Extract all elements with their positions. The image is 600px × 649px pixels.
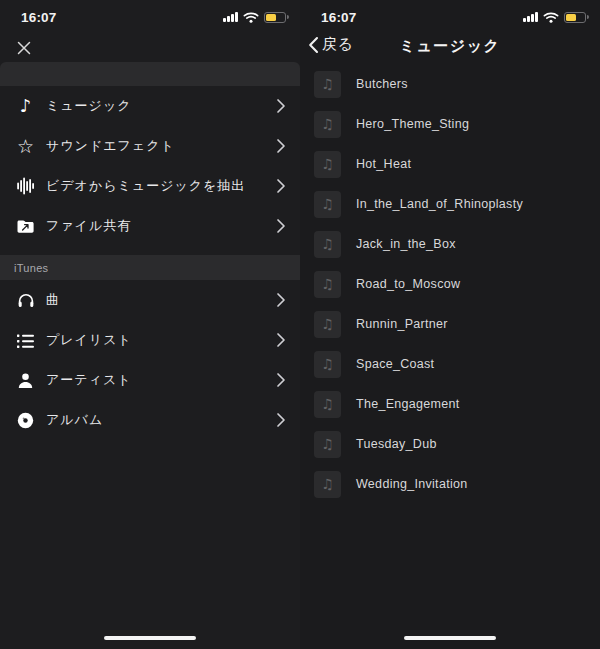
song-row[interactable]: ♫ Runnin_Partner bbox=[300, 304, 600, 344]
song-row[interactable]: ♫ In_the_Land_of_Rhinoplasty bbox=[300, 184, 600, 224]
section-header-itunes: iTunes bbox=[0, 255, 300, 280]
status-bar: 16:07 bbox=[0, 0, 300, 30]
music-note-icon: ♫ bbox=[314, 311, 341, 338]
itunes-item-album[interactable]: アルバム bbox=[0, 400, 300, 440]
song-row[interactable]: ♫ Tuesday_Dub bbox=[300, 424, 600, 464]
music-note-icon: ♪ bbox=[15, 96, 36, 117]
playlist-icon bbox=[15, 330, 36, 351]
waveform-icon bbox=[15, 176, 36, 197]
song-row[interactable]: ♫ Butchers bbox=[300, 64, 600, 104]
song-title: Wedding_Invitation bbox=[356, 477, 468, 491]
music-note-icon: ♫ bbox=[314, 391, 341, 418]
music-note-icon: ♫ bbox=[314, 431, 341, 458]
menu-row-label: サウンドエフェクト bbox=[46, 137, 276, 155]
itunes-item-headphones[interactable]: 曲 bbox=[0, 280, 300, 320]
music-note-icon: ♫ bbox=[314, 351, 341, 378]
menu-item-waveform[interactable]: ビデオからミュージックを抽出 bbox=[0, 166, 300, 206]
song-row[interactable]: ♫ Space_Coast bbox=[300, 344, 600, 384]
wifi-icon bbox=[243, 12, 259, 23]
status-time: 16:07 bbox=[21, 10, 57, 25]
music-note-icon: ♫ bbox=[314, 191, 341, 218]
menu-row-label: プレイリスト bbox=[46, 331, 276, 349]
menu-row-label: 曲 bbox=[46, 291, 276, 309]
home-indicator[interactable] bbox=[404, 636, 496, 641]
star-icon: ☆ bbox=[15, 136, 36, 157]
music-note-icon: ♫ bbox=[314, 151, 341, 178]
chevron-right-icon bbox=[276, 332, 286, 348]
chevron-right-icon bbox=[276, 292, 286, 308]
song-row[interactable]: ♫ The_Engagement bbox=[300, 384, 600, 424]
folder-share-icon bbox=[15, 216, 36, 237]
song-title: The_Engagement bbox=[356, 397, 460, 411]
headphones-icon bbox=[15, 290, 36, 311]
itunes-item-playlist[interactable]: プレイリスト bbox=[0, 320, 300, 360]
chevron-right-icon bbox=[276, 218, 286, 234]
status-time: 16:07 bbox=[321, 10, 357, 25]
song-title: Space_Coast bbox=[356, 357, 434, 371]
song-list: ♫ Butchers ♫ Hero_Theme_Sting ♫ Hot_Heat… bbox=[300, 64, 600, 504]
two-screen-composite: 16:07 bbox=[0, 0, 600, 649]
song-row[interactable]: ♫ Hot_Heat bbox=[300, 144, 600, 184]
battery-icon bbox=[264, 12, 286, 23]
signal-icon bbox=[523, 12, 538, 22]
song-row[interactable]: ♫ Hero_Theme_Sting bbox=[300, 104, 600, 144]
menu-item-music-note[interactable]: ♪ ミュージック bbox=[0, 86, 300, 126]
menu-items-container: ♪ ミュージック ☆ サウンドエフェクト ビデオからミュージックを抽出 ファイル… bbox=[0, 86, 300, 246]
close-button[interactable] bbox=[13, 37, 35, 59]
menu-item-star[interactable]: ☆ サウンドエフェクト bbox=[0, 126, 300, 166]
song-row[interactable]: ♫ Road_to_Moscow bbox=[300, 264, 600, 304]
close-icon bbox=[16, 40, 32, 56]
music-note-icon: ♫ bbox=[314, 271, 341, 298]
menu-row-label: ミュージック bbox=[46, 97, 276, 115]
battery-icon bbox=[564, 12, 586, 23]
menu-row-label: ビデオからミュージックを抽出 bbox=[46, 177, 276, 195]
menu-row-label: ファイル共有 bbox=[46, 217, 276, 235]
page-title: ミュージック bbox=[300, 37, 600, 56]
song-title: In_the_Land_of_Rhinoplasty bbox=[356, 197, 523, 211]
chevron-right-icon bbox=[276, 372, 286, 388]
music-note-icon: ♫ bbox=[314, 471, 341, 498]
music-note-icon: ♫ bbox=[314, 71, 341, 98]
song-title: Tuesday_Dub bbox=[356, 437, 437, 451]
chevron-right-icon bbox=[276, 178, 286, 194]
song-title: Road_to_Moscow bbox=[356, 277, 460, 291]
menu-row-label: アーティスト bbox=[46, 371, 276, 389]
status-icons bbox=[223, 12, 286, 23]
status-icons bbox=[523, 12, 586, 23]
nav-bar: 戻る ミュージック bbox=[300, 30, 600, 64]
music-note-icon: ♫ bbox=[314, 231, 341, 258]
song-title: Butchers bbox=[356, 77, 408, 91]
song-title: Hero_Theme_Sting bbox=[356, 117, 469, 131]
wifi-icon bbox=[543, 12, 559, 23]
album-icon bbox=[15, 410, 36, 431]
itunes-items-container: 曲 プレイリスト アーティスト アルバム bbox=[0, 280, 300, 440]
song-title: Jack_in_the_Box bbox=[356, 237, 456, 251]
status-bar: 16:07 bbox=[300, 0, 600, 30]
import-source-list: ♪ ミュージック ☆ サウンドエフェクト ビデオからミュージックを抽出 ファイル… bbox=[0, 62, 300, 440]
menu-row-label: アルバム bbox=[46, 411, 276, 429]
chevron-right-icon bbox=[276, 98, 286, 114]
chevron-right-icon bbox=[276, 138, 286, 154]
song-row[interactable]: ♫ Wedding_Invitation bbox=[300, 464, 600, 504]
artist-icon bbox=[15, 370, 36, 391]
screen-import-menu: 16:07 bbox=[0, 0, 300, 649]
song-title: Runnin_Partner bbox=[356, 317, 448, 331]
chevron-right-icon bbox=[276, 412, 286, 428]
music-note-icon: ♫ bbox=[314, 111, 341, 138]
screen-music-list: 16:07 bbox=[300, 0, 600, 649]
signal-icon bbox=[223, 12, 238, 22]
home-indicator[interactable] bbox=[104, 636, 196, 641]
menu-item-folder-share[interactable]: ファイル共有 bbox=[0, 206, 300, 246]
scrolled-partial-row bbox=[0, 62, 300, 86]
song-title: Hot_Heat bbox=[356, 157, 411, 171]
itunes-item-artist[interactable]: アーティスト bbox=[0, 360, 300, 400]
song-row[interactable]: ♫ Jack_in_the_Box bbox=[300, 224, 600, 264]
